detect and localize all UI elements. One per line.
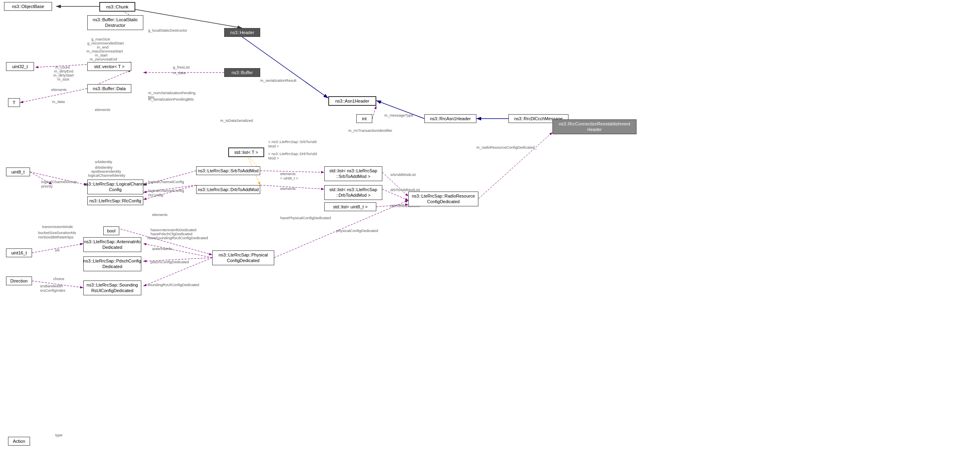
node-RadioResourceConfigDedicated: ns3::LteRrcSap::RadioResource ConfigDedi…	[408, 192, 478, 206]
label-40: transmissionMode	[42, 224, 73, 229]
label-9: m_data	[173, 71, 186, 75]
node-Direction: Direction	[6, 276, 32, 285]
node-listT: std::list< T >	[228, 147, 264, 157]
node-vectorT: std::vector< T >	[87, 62, 131, 71]
node-Asn1Header: ns3::Asn1Header	[328, 96, 376, 106]
label-34: elements	[280, 186, 296, 191]
node-Chunk: ns3::Chunk	[99, 2, 135, 12]
label-47: antennaInfo	[152, 246, 172, 251]
label-30: logicalChannelGroup priority	[41, 180, 77, 188]
node-SoundingRsUlConfigDedicated: ns3::LteRrcSap::Sounding RsUlConfigDedic…	[83, 280, 141, 295]
node-Action: Action	[8, 437, 30, 446]
label-8: g_freeList	[173, 65, 190, 69]
label-26: srbidentity	[95, 159, 112, 164]
label-29: logicalChannelIdentity	[88, 173, 125, 178]
label-33: elements < uint8_t >	[280, 172, 298, 180]
label-49: soundingRsUlConfigDedicated	[147, 282, 199, 287]
label-41: bucketSizeDurationMs rioritizedBitRateKb…	[38, 230, 76, 239]
label-22: m_rrcTransactionIdentifier	[348, 128, 392, 133]
label-51: srsBandwidth srsConfigIndex	[40, 284, 65, 293]
node-Buffer: ns3::Buffer	[224, 68, 260, 77]
label-35: srbAddModList	[390, 172, 416, 177]
label-20: m_serializationResult	[260, 78, 296, 83]
label-45: pa	[55, 248, 60, 252]
label-17: m_serializationPendingBits	[148, 97, 194, 101]
node-T: T	[8, 98, 20, 107]
label-46: choice	[53, 276, 64, 281]
node-RrcConnectionReestablishmentHeader: ns3::RrcConnectionReestablishment Header	[552, 119, 637, 134]
node-listUint8t: std::list< uint8_t >	[324, 202, 376, 211]
node-AntennaInfoDedicated: ns3::LteRrcSap::AntennaInfo Dedicated	[83, 237, 141, 252]
label-18: elements	[95, 107, 110, 112]
node-PhysicalConfigDedicated: ns3::LteRrcSap::Physical ConfigDedicated	[212, 250, 274, 265]
label-13: m_size	[57, 77, 69, 81]
label-44: haveSoundingRsUlConfigDedicated	[147, 236, 208, 240]
label-0: g_localStaticDestructor	[148, 28, 187, 32]
svg-line-24	[478, 132, 552, 199]
label-48: pdschConfigDedicated	[151, 260, 189, 264]
node-ObjectBase: ns3::ObjectBase	[4, 2, 52, 11]
node-PdschConfigDedicated: ns3::LteRrcSap::PdschConfig Dedicated	[83, 256, 141, 271]
node-Header: ns3::Header	[224, 28, 260, 37]
label-23: m_radioResourceConfigDedicated_	[476, 145, 537, 149]
label-25: < ns3::LteRrcSap::DrbToAdd Mod >	[268, 151, 317, 160]
node-DrbToAddMod: ns3::LteRrcSap::DrbToAddMod	[196, 185, 260, 194]
svg-line-7	[242, 37, 328, 98]
label-39: havePhysicalConfigDedicated	[280, 216, 331, 220]
node-listDrbToAddMod: std::list< ns3::LteRrcSap ::DrbToAddMod …	[324, 185, 382, 200]
label-19: m_isDataSerialized	[220, 118, 253, 123]
node-RlcConfig: ns3::LteRrcSap::RlcConfig	[87, 196, 143, 205]
node-RrcAsn1Header: ns3::RrcAsn1Header	[424, 114, 476, 123]
label-21: m_messageType	[384, 113, 413, 117]
node-LogicalChannelConfig: ns3::LteRrcSap::LogicalChannel Config	[87, 180, 143, 194]
label-50: physicalConfigDedicated	[336, 228, 378, 233]
label-38: elements	[152, 212, 168, 217]
diagram-container: ns3::ObjectBasens3::Chunkns3::Buffer::Lo…	[0, 0, 980, 454]
diagram-arrows	[0, 0, 980, 454]
label-31: logicalChannelConfig	[148, 180, 184, 184]
node-uint32_t: uint32_t	[6, 62, 34, 71]
node-listSrbToAddMod: std::list< ns3::LteRrcSap ::SrbToAddMod …	[324, 166, 382, 181]
label-52: type	[55, 433, 62, 437]
node-uint8_t: uint8_t	[6, 167, 30, 176]
node-SrbToAddMod: ns3::LteRrcSap::SrbToAddMod	[196, 166, 260, 175]
svg-line-16	[372, 106, 376, 119]
node-int: int	[356, 114, 372, 123]
label-24: < ns3::LteRrcSap::SrbToAdd Mod >	[268, 139, 317, 148]
node-LocalStaticDestructor: ns3::Buffer::LocalStatic Destructor	[87, 15, 143, 30]
node-BufferData: ns3::Buffer::Data	[87, 84, 131, 93]
node-bool: bool	[103, 226, 119, 235]
label-15: m_data	[52, 99, 65, 104]
node-uint16_t: uint16_t	[6, 248, 32, 257]
label-14: elements	[51, 87, 67, 92]
label-32: logicalChannelConfig rlcConfig	[148, 188, 184, 197]
